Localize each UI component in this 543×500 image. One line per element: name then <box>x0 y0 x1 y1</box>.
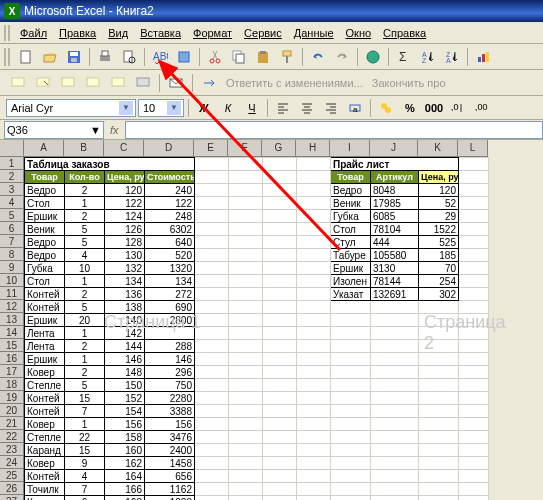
bold-button[interactable]: Ж <box>193 97 215 119</box>
hyperlink-button[interactable] <box>362 46 384 68</box>
svg-text:a: a <box>353 105 358 114</box>
decrease-decimal-button[interactable]: ,00 <box>471 97 493 119</box>
align-left-button[interactable] <box>272 97 294 119</box>
svg-rect-3 <box>71 58 77 62</box>
chevron-down-icon[interactable]: ▼ <box>90 124 101 136</box>
chevron-down-icon[interactable]: ▼ <box>119 101 133 115</box>
column-headers[interactable]: ABCDEFGHIJKL <box>24 140 489 157</box>
italic-button[interactable]: К <box>217 97 239 119</box>
svg-rect-25 <box>482 54 485 62</box>
delete-comment-button[interactable] <box>132 72 154 94</box>
title-bar: X Microsoft Excel - Книга2 <box>0 0 543 22</box>
svg-point-10 <box>210 59 214 63</box>
svg-rect-2 <box>70 52 78 56</box>
grid[interactable]: Таблица заказовПрайс листТоварКол-воЦена… <box>24 157 489 500</box>
cell-reference: Q36 <box>7 124 28 136</box>
select-all-corner[interactable] <box>0 140 24 157</box>
chart-button[interactable] <box>472 46 494 68</box>
menu-bar: Файл Правка Вид Вставка Формат Сервис Да… <box>0 22 543 44</box>
print-preview-button[interactable] <box>118 46 140 68</box>
menu-format[interactable]: Формат <box>187 25 238 41</box>
menu-tools[interactable]: Сервис <box>238 25 288 41</box>
font-size: 10 <box>143 102 155 114</box>
redo-button[interactable] <box>331 46 353 68</box>
sort-desc-button[interactable]: ZA <box>441 46 463 68</box>
menu-file[interactable]: Файл <box>14 25 53 41</box>
align-right-button[interactable] <box>320 97 342 119</box>
formula-bar: Q36 ▼ fx <box>0 120 543 140</box>
show-comment-button[interactable] <box>107 72 129 94</box>
next-comment-button[interactable] <box>82 72 104 94</box>
print-button[interactable] <box>94 46 116 68</box>
svg-rect-15 <box>260 51 266 54</box>
svg-point-18 <box>367 51 379 63</box>
svg-rect-31 <box>112 78 124 86</box>
sort-asc-button[interactable]: AZ <box>417 46 439 68</box>
svg-rect-0 <box>21 51 30 63</box>
toolbar-handle[interactable] <box>4 25 10 41</box>
underline-button[interactable]: Ч <box>241 97 263 119</box>
menu-window[interactable]: Окно <box>340 25 378 41</box>
undo-button[interactable] <box>307 46 329 68</box>
excel-icon: X <box>4 3 20 19</box>
autosum-button[interactable]: Σ <box>393 46 415 68</box>
font-combo[interactable]: Arial Cyr ▼ <box>6 99 136 117</box>
review-toolbar: Ответить с изменениями... Закончить про <box>0 70 543 96</box>
row-headers[interactable]: 1234567891011121314151617181920212223242… <box>0 157 24 500</box>
comma-button[interactable]: 000 <box>423 97 445 119</box>
new-button[interactable] <box>15 46 37 68</box>
svg-rect-5 <box>102 51 108 56</box>
research-button[interactable] <box>173 46 195 68</box>
menu-data[interactable]: Данные <box>288 25 340 41</box>
window-title: Microsoft Excel - Книга2 <box>24 4 154 18</box>
chevron-down-icon[interactable]: ▼ <box>167 101 181 115</box>
track-changes-button[interactable] <box>198 72 220 94</box>
fx-button[interactable]: fx <box>104 124 125 136</box>
align-center-button[interactable] <box>296 97 318 119</box>
menu-help[interactable]: Справка <box>377 25 432 41</box>
formula-input[interactable] <box>125 121 543 139</box>
increase-decimal-button[interactable]: ,0 <box>447 97 469 119</box>
new-comment-button[interactable] <box>7 72 29 94</box>
svg-rect-32 <box>137 78 149 86</box>
toolbar-handle[interactable] <box>4 48 10 66</box>
svg-rect-27 <box>12 78 24 86</box>
merge-button[interactable]: a <box>344 97 366 119</box>
send-mail-button[interactable] <box>165 72 187 94</box>
svg-rect-9 <box>179 52 189 62</box>
svg-point-11 <box>216 59 220 63</box>
format-painter-button[interactable] <box>276 46 298 68</box>
percent-button[interactable]: % <box>399 97 421 119</box>
menu-view[interactable]: Вид <box>102 25 134 41</box>
svg-text:,0: ,0 <box>451 102 459 112</box>
edit-comment-button[interactable] <box>32 72 54 94</box>
save-button[interactable] <box>63 46 85 68</box>
svg-rect-29 <box>62 78 74 86</box>
svg-rect-24 <box>478 57 481 62</box>
formatting-toolbar: Arial Cyr ▼ 10 ▼ Ж К Ч a % 000 ,0 ,00 <box>0 96 543 120</box>
fontsize-combo[interactable]: 10 ▼ <box>138 99 184 117</box>
copy-button[interactable] <box>228 46 250 68</box>
end-review-button[interactable]: Закончить про <box>369 77 449 89</box>
prev-comment-button[interactable] <box>57 72 79 94</box>
svg-text:Σ: Σ <box>399 50 406 64</box>
reply-changes-button[interactable]: Ответить с изменениями... <box>223 77 366 89</box>
svg-rect-16 <box>283 51 291 56</box>
font-name: Arial Cyr <box>11 102 53 114</box>
svg-rect-17 <box>286 56 288 63</box>
svg-point-37 <box>385 107 391 113</box>
svg-text:Z: Z <box>422 57 427 64</box>
currency-button[interactable] <box>375 97 397 119</box>
svg-rect-6 <box>124 51 132 62</box>
cut-button[interactable] <box>204 46 226 68</box>
spellcheck-button[interactable]: ABC <box>149 46 171 68</box>
open-button[interactable] <box>39 46 61 68</box>
svg-rect-13 <box>236 54 244 63</box>
menu-edit[interactable]: Правка <box>53 25 102 41</box>
standard-toolbar: ABC Σ AZ ZA <box>0 44 543 70</box>
name-box[interactable]: Q36 ▼ <box>4 121 104 139</box>
menu-insert[interactable]: Вставка <box>134 25 187 41</box>
svg-text:,00: ,00 <box>475 102 488 112</box>
paste-button[interactable] <box>252 46 274 68</box>
worksheet: 1234567891011121314151617181920212223242… <box>0 140 543 500</box>
